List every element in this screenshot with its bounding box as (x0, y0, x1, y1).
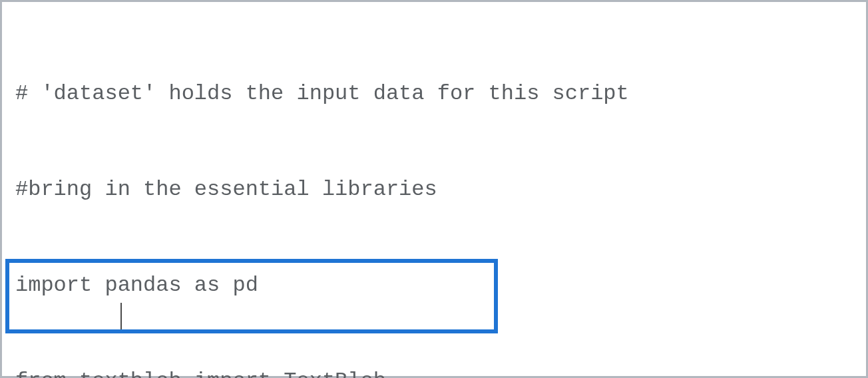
code-line: #bring in the essential libraries (15, 174, 859, 206)
code-line: # 'dataset' holds the input data for thi… (15, 78, 859, 110)
code-line: import pandas as pd (15, 270, 859, 301)
python-script-editor[interactable]: # 'dataset' holds the input data for thi… (0, 0, 868, 378)
text-cursor (120, 303, 122, 329)
code-line: from textblob import TextBlob (15, 365, 859, 378)
